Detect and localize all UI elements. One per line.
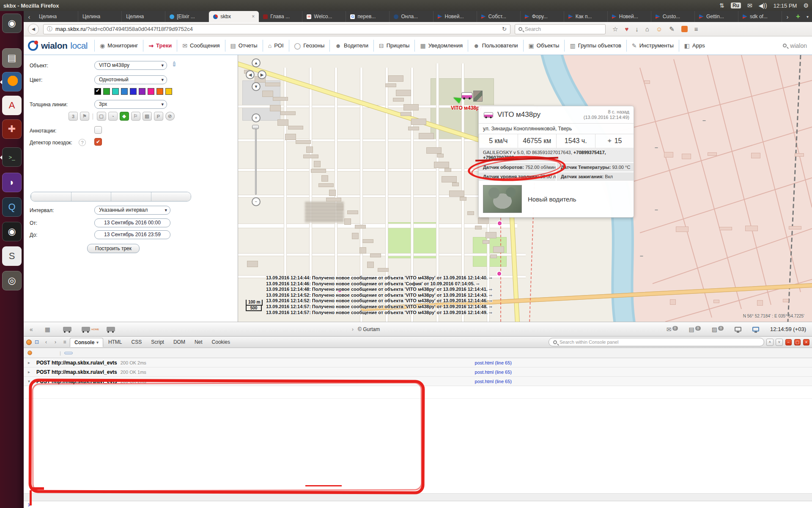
session-gear-icon[interactable]: ⚙ (803, 2, 809, 9)
ubuntu-dash-icon[interactable]: ◉ (2, 14, 22, 33)
search-prev-icon[interactable]: ˄ (766, 339, 774, 346)
console-search-field[interactable]: Search within Console panel (549, 338, 764, 346)
color-swatch[interactable]: ✔ (112, 88, 119, 95)
events-count-icon[interactable]: 3 (69, 112, 78, 121)
wialon-nav-item[interactable]: ▤ Отчеты (225, 40, 263, 52)
reload-icon[interactable]: ↻ (502, 26, 507, 32)
console-filter[interactable] (112, 352, 119, 354)
help-icon[interactable]: ? (79, 139, 86, 146)
clock[interactable]: 12:15 PM (774, 3, 797, 9)
wialon-nav-item[interactable]: ✉ Сообщения (177, 40, 225, 52)
firebug-detach-button[interactable]: ▢ (794, 339, 801, 345)
speeding-icon[interactable]: ◔ (108, 112, 118, 121)
color-select[interactable]: Однотонный (94, 75, 167, 84)
pocket-icon[interactable]: ♥ (625, 25, 628, 33)
map-marker[interactable] (498, 221, 502, 225)
files-icon[interactable]: ▤ (2, 48, 22, 68)
monitor-2-icon[interactable] (752, 327, 759, 331)
firefox-icon[interactable] (2, 72, 22, 91)
netinfo-tab[interactable] (42, 391, 51, 394)
unit-bus-icon[interactable] (461, 92, 472, 99)
feedback-smiley-icon[interactable]: ☺ (656, 25, 662, 33)
build-track-button[interactable]: Построить трек (87, 244, 140, 253)
unit-photo-icon[interactable] (473, 91, 483, 102)
firebug-tab[interactable]: Cookies▾ (208, 338, 234, 346)
browser-tab[interactable]: Gettin... × (695, 11, 738, 22)
browser-tab[interactable]: Фору... × (521, 11, 564, 22)
object-select[interactable]: VITO м438ру (94, 61, 167, 70)
unit-map-label[interactable]: VITO м438ру (451, 105, 482, 111)
browser-tab[interactable]: skbx × (209, 11, 259, 22)
request-row[interactable]: ▾ POST http://map.skbx.ru/avl_evts 200 O… (24, 377, 812, 386)
log-arrow-icon[interactable]: ⇒ (489, 304, 492, 309)
scroll-tabs-right-icon[interactable]: › (782, 11, 793, 22)
home-icon[interactable]: ⌂ (645, 25, 649, 33)
line-width-select[interactable]: 3px (94, 100, 167, 109)
console-button[interactable] (42, 352, 49, 354)
pan-right-button[interactable]: ▶ (258, 70, 266, 79)
wialon-nav-item[interactable]: ☻ Пользователи (468, 40, 523, 52)
color-swatch[interactable]: ✔ (156, 88, 163, 95)
browser-tab[interactable]: Собст... × (477, 11, 521, 22)
mail-tray-icon[interactable]: ✉ (747, 2, 752, 9)
monitor-icon[interactable] (735, 327, 741, 331)
trip-detector-checkbox[interactable]: ✔ (94, 138, 102, 146)
driver-photo[interactable] (483, 185, 522, 213)
wialon-nav-item[interactable]: ✎ Инструменты (626, 40, 679, 52)
zoom-slider-handle[interactable] (252, 125, 259, 129)
log-arrow-icon[interactable]: ⇒ (489, 293, 492, 298)
console-filter[interactable] (64, 352, 73, 354)
back-chevron-icon[interactable]: ‹ (43, 339, 49, 345)
back-button[interactable]: ◄ (28, 24, 39, 35)
break-on-errors-icon[interactable] (27, 351, 32, 355)
quick-interval-button[interactable] (111, 192, 151, 201)
qt-app-icon[interactable]: Q (2, 197, 22, 217)
search-next-icon[interactable]: ˅ (776, 339, 783, 346)
color-swatch[interactable]: ✔ (165, 88, 172, 95)
bookmark-star-icon[interactable]: ☆ (612, 25, 618, 33)
netinfo-tab[interactable] (73, 391, 81, 394)
log-line[interactable]: 13.09.2016 12:14:57: Получено новое сооб… (266, 304, 655, 310)
netinfo-tab[interactable] (83, 391, 91, 394)
url-bar[interactable]: ⓘ map.skbx.ru/?sid=c00d7494f358a0d0447f1… (43, 24, 510, 34)
expander-icon[interactable]: ▾ (28, 379, 33, 384)
video-counter[interactable]: ▨0 (712, 326, 724, 333)
firebug-tab[interactable]: Script▾ (147, 338, 168, 346)
log-arrow-icon[interactable]: ⇒ (489, 276, 492, 280)
log-line[interactable]: 13.09.2016 12:14:46: Получено новое сооб… (266, 281, 655, 287)
log-line[interactable]: 13.09.2016 12:14:44: Получено новое сооб… (266, 275, 655, 281)
from-input[interactable]: 13 Сентябрь 2016 00:00 (94, 218, 170, 227)
panel-collapse-icon[interactable]: › (352, 326, 354, 332)
wialon-nav-item[interactable]: ◧ Apps (679, 40, 710, 52)
console-button[interactable] (34, 352, 41, 354)
site-info-icon[interactable]: ⓘ (47, 25, 52, 33)
fuel-theft-icon[interactable]: ▢ (97, 112, 106, 121)
color-swatch[interactable]: ✔ (148, 88, 154, 95)
browser-tab[interactable]: Custo... × (651, 11, 695, 22)
source-link[interactable]: post.html (line 65) (475, 379, 512, 384)
color-swatch[interactable]: ✔ (121, 88, 128, 95)
color-swatch[interactable]: ✔ (103, 88, 110, 95)
messages-counter[interactable]: ✉0 (667, 326, 678, 333)
terminal-icon[interactable]: >_ (2, 147, 22, 167)
markers-icon[interactable]: ⚑ (80, 112, 89, 121)
console-button[interactable] (49, 352, 56, 354)
request-row[interactable]: ▸ POST http://map.skbx.ru/avl_evts 200 O… (24, 358, 812, 367)
browser-tab[interactable]: Новей... × (608, 11, 651, 22)
color-swatch[interactable]: ✔ (130, 88, 137, 95)
browser-tab[interactable]: Целина × (122, 11, 165, 22)
search-field[interactable]: Search (515, 24, 606, 34)
media-counter[interactable]: ▤0 (689, 326, 701, 333)
downloads-icon[interactable]: ↓ (635, 25, 639, 33)
collapse-left-icon[interactable]: « (30, 326, 33, 333)
wialon-nav-item[interactable]: ▥ Группы объектов (564, 40, 626, 52)
console-filter[interactable] (93, 352, 101, 354)
addon-orange-icon[interactable] (681, 26, 688, 32)
firebug-tab[interactable]: DOM▾ (169, 338, 189, 346)
camera-app-icon[interactable]: ◎ (2, 271, 22, 290)
expander-icon[interactable]: ▸ (28, 370, 33, 374)
map[interactable]: VITO м438ру ▲ ◀ ▶ ▼ + − 100 m 500 13.09.… (238, 55, 812, 322)
firebug-menu-icon[interactable] (26, 340, 32, 345)
console-filter[interactable] (74, 352, 82, 354)
mini-unit-icon[interactable] (107, 327, 115, 331)
